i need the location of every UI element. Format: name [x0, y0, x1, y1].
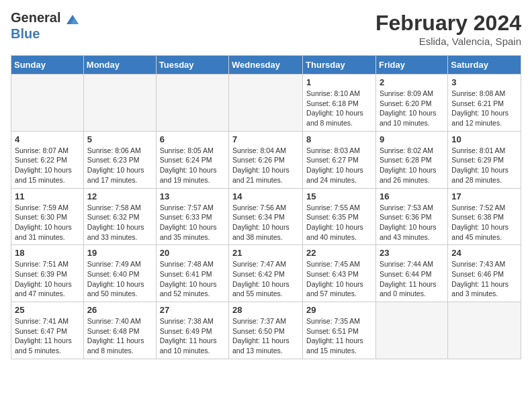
- calendar-title: February 2024: [375, 11, 521, 36]
- logo-blue: Blue: [11, 26, 40, 41]
- day-info: Sunrise: 8:04 AM Sunset: 6:26 PM Dayligh…: [232, 146, 299, 185]
- calendar-header-row: SundayMondayTuesdayWednesdayThursdayFrid…: [11, 56, 521, 75]
- calendar-cell: [448, 302, 521, 359]
- calendar-cell: 17Sunrise: 7:52 AM Sunset: 6:38 PM Dayli…: [448, 188, 521, 245]
- day-info: Sunrise: 8:10 AM Sunset: 6:18 PM Dayligh…: [306, 89, 372, 128]
- day-info: Sunrise: 7:56 AM Sunset: 6:34 PM Dayligh…: [232, 203, 299, 242]
- calendar-cell: 5Sunrise: 8:06 AM Sunset: 6:23 PM Daylig…: [83, 131, 156, 188]
- day-info: Sunrise: 7:49 AM Sunset: 6:40 PM Dayligh…: [87, 259, 152, 299]
- calendar-cell: 24Sunrise: 7:43 AM Sunset: 6:46 PM Dayli…: [448, 245, 521, 302]
- calendar-cell: 14Sunrise: 7:56 AM Sunset: 6:34 PM Dayli…: [229, 188, 303, 245]
- calendar-cell: 27Sunrise: 7:38 AM Sunset: 6:49 PM Dayli…: [156, 302, 228, 359]
- column-header-monday: Monday: [83, 56, 156, 75]
- day-number: 6: [160, 134, 225, 144]
- calendar-cell: 3Sunrise: 8:08 AM Sunset: 6:21 PM Daylig…: [448, 75, 521, 132]
- day-info: Sunrise: 7:37 AM Sunset: 6:50 PM Dayligh…: [232, 316, 299, 356]
- calendar-cell: 22Sunrise: 7:45 AM Sunset: 6:43 PM Dayli…: [303, 245, 376, 302]
- day-info: Sunrise: 7:38 AM Sunset: 6:49 PM Dayligh…: [160, 316, 225, 356]
- calendar-week-row: 18Sunrise: 7:51 AM Sunset: 6:39 PM Dayli…: [11, 245, 521, 302]
- day-number: 5: [87, 134, 152, 144]
- calendar-cell: 12Sunrise: 7:58 AM Sunset: 6:32 PM Dayli…: [83, 188, 156, 245]
- day-number: 15: [306, 191, 372, 201]
- calendar-cell: 16Sunrise: 7:53 AM Sunset: 6:36 PM Dayli…: [375, 188, 447, 245]
- day-info: Sunrise: 7:45 AM Sunset: 6:43 PM Dayligh…: [306, 259, 372, 299]
- day-info: Sunrise: 8:02 AM Sunset: 6:28 PM Dayligh…: [380, 146, 444, 185]
- calendar-subtitle: Eslida, Valencia, Spain: [375, 36, 521, 47]
- day-info: Sunrise: 7:59 AM Sunset: 6:30 PM Dayligh…: [15, 203, 80, 242]
- day-info: Sunrise: 7:55 AM Sunset: 6:35 PM Dayligh…: [306, 203, 372, 242]
- day-number: 22: [306, 248, 372, 258]
- calendar-cell: [375, 302, 447, 359]
- title-block: February 2024 Eslida, Valencia, Spain: [375, 11, 521, 47]
- day-info: Sunrise: 7:51 AM Sunset: 6:39 PM Dayligh…: [15, 259, 80, 299]
- day-info: Sunrise: 7:52 AM Sunset: 6:38 PM Dayligh…: [451, 203, 517, 242]
- day-info: Sunrise: 8:03 AM Sunset: 6:27 PM Dayligh…: [306, 146, 372, 185]
- calendar-cell: 21Sunrise: 7:47 AM Sunset: 6:42 PM Dayli…: [229, 245, 303, 302]
- day-number: 4: [15, 134, 80, 144]
- calendar-cell: 15Sunrise: 7:55 AM Sunset: 6:35 PM Dayli…: [303, 188, 376, 245]
- calendar-cell: 28Sunrise: 7:37 AM Sunset: 6:50 PM Dayli…: [229, 302, 303, 359]
- day-number: 27: [160, 305, 225, 315]
- day-info: Sunrise: 8:08 AM Sunset: 6:21 PM Dayligh…: [451, 89, 517, 128]
- day-number: 28: [232, 305, 299, 315]
- day-number: 14: [232, 191, 299, 201]
- calendar-cell: 9Sunrise: 8:02 AM Sunset: 6:28 PM Daylig…: [375, 131, 447, 188]
- day-info: Sunrise: 8:06 AM Sunset: 6:23 PM Dayligh…: [87, 146, 152, 185]
- day-info: Sunrise: 7:41 AM Sunset: 6:47 PM Dayligh…: [15, 316, 80, 356]
- day-info: Sunrise: 7:43 AM Sunset: 6:46 PM Dayligh…: [451, 259, 517, 299]
- day-number: 7: [232, 134, 299, 144]
- logo-general: General: [11, 10, 60, 25]
- day-number: 3: [451, 77, 517, 87]
- day-number: 8: [306, 134, 372, 144]
- calendar-week-row: 25Sunrise: 7:41 AM Sunset: 6:47 PM Dayli…: [11, 302, 521, 359]
- day-info: Sunrise: 7:47 AM Sunset: 6:42 PM Dayligh…: [232, 259, 299, 299]
- calendar-table: SundayMondayTuesdayWednesdayThursdayFrid…: [11, 55, 521, 359]
- day-number: 20: [160, 248, 225, 258]
- day-number: 16: [380, 191, 444, 201]
- column-header-wednesday: Wednesday: [229, 56, 303, 75]
- day-info: Sunrise: 7:48 AM Sunset: 6:41 PM Dayligh…: [160, 259, 225, 299]
- day-number: 11: [15, 191, 80, 201]
- calendar-cell: 18Sunrise: 7:51 AM Sunset: 6:39 PM Dayli…: [11, 245, 84, 302]
- day-info: Sunrise: 7:40 AM Sunset: 6:48 PM Dayligh…: [87, 316, 152, 356]
- calendar-cell: 10Sunrise: 8:01 AM Sunset: 6:29 PM Dayli…: [448, 131, 521, 188]
- day-number: 24: [451, 248, 517, 258]
- day-info: Sunrise: 7:53 AM Sunset: 6:36 PM Dayligh…: [380, 203, 444, 242]
- day-number: 13: [160, 191, 225, 201]
- calendar-cell: 1Sunrise: 8:10 AM Sunset: 6:18 PM Daylig…: [303, 75, 376, 132]
- calendar-cell: [83, 75, 156, 132]
- day-number: 19: [87, 248, 152, 258]
- day-info: Sunrise: 8:05 AM Sunset: 6:24 PM Dayligh…: [160, 146, 225, 185]
- calendar-cell: 4Sunrise: 8:07 AM Sunset: 6:22 PM Daylig…: [11, 131, 84, 188]
- calendar-cell: 13Sunrise: 7:57 AM Sunset: 6:33 PM Dayli…: [156, 188, 228, 245]
- calendar-cell: 25Sunrise: 7:41 AM Sunset: 6:47 PM Dayli…: [11, 302, 84, 359]
- calendar-cell: 11Sunrise: 7:59 AM Sunset: 6:30 PM Dayli…: [11, 188, 84, 245]
- day-info: Sunrise: 8:01 AM Sunset: 6:29 PM Dayligh…: [451, 146, 517, 185]
- day-info: Sunrise: 7:57 AM Sunset: 6:33 PM Dayligh…: [160, 203, 225, 242]
- day-info: Sunrise: 8:07 AM Sunset: 6:22 PM Dayligh…: [15, 146, 80, 185]
- calendar-cell: 23Sunrise: 7:44 AM Sunset: 6:44 PM Dayli…: [375, 245, 447, 302]
- column-header-saturday: Saturday: [448, 56, 521, 75]
- calendar-week-row: 4Sunrise: 8:07 AM Sunset: 6:22 PM Daylig…: [11, 131, 521, 188]
- day-number: 23: [380, 248, 444, 258]
- calendar-cell: 26Sunrise: 7:40 AM Sunset: 6:48 PM Dayli…: [83, 302, 156, 359]
- calendar-week-row: 1Sunrise: 8:10 AM Sunset: 6:18 PM Daylig…: [11, 75, 521, 132]
- column-header-thursday: Thursday: [303, 56, 376, 75]
- column-header-sunday: Sunday: [11, 56, 84, 75]
- day-info: Sunrise: 7:44 AM Sunset: 6:44 PM Dayligh…: [380, 259, 444, 299]
- calendar-cell: [229, 75, 303, 132]
- day-number: 17: [451, 191, 517, 201]
- day-number: 12: [87, 191, 152, 201]
- day-info: Sunrise: 7:58 AM Sunset: 6:32 PM Dayligh…: [87, 203, 152, 242]
- day-number: 29: [306, 305, 372, 315]
- calendar-cell: 8Sunrise: 8:03 AM Sunset: 6:27 PM Daylig…: [303, 131, 376, 188]
- day-number: 1: [306, 77, 372, 87]
- calendar-cell: 7Sunrise: 8:04 AM Sunset: 6:26 PM Daylig…: [229, 131, 303, 188]
- calendar-cell: 6Sunrise: 8:05 AM Sunset: 6:24 PM Daylig…: [156, 131, 228, 188]
- day-number: 9: [380, 134, 444, 144]
- calendar-week-row: 11Sunrise: 7:59 AM Sunset: 6:30 PM Dayli…: [11, 188, 521, 245]
- day-number: 10: [451, 134, 517, 144]
- calendar-cell: 29Sunrise: 7:35 AM Sunset: 6:51 PM Dayli…: [303, 302, 376, 359]
- calendar-cell: [11, 75, 84, 132]
- day-number: 2: [380, 77, 444, 87]
